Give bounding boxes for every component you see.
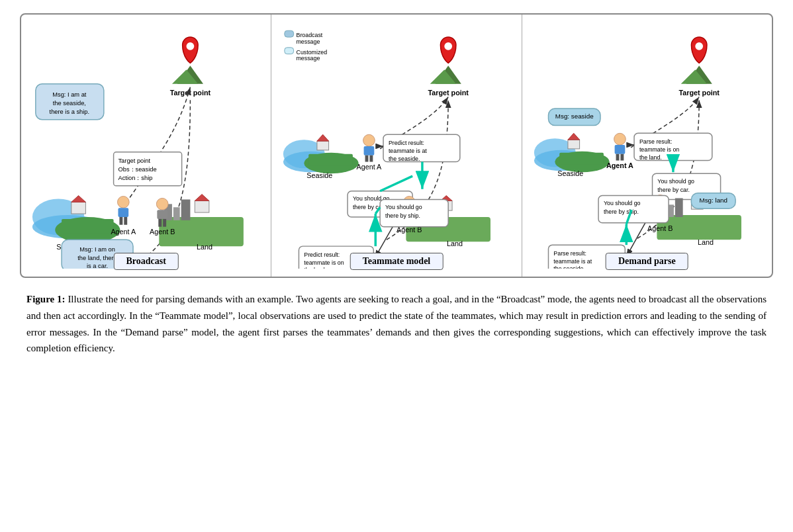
svg-point-51 xyxy=(445,42,453,50)
svg-text:Seaside: Seaside xyxy=(557,169,583,177)
svg-text:Land: Land xyxy=(698,238,714,246)
svg-text:Broadcast: Broadcast xyxy=(297,32,323,38)
svg-rect-10 xyxy=(124,217,127,225)
label-broadcast: Broadcast xyxy=(113,253,178,270)
svg-rect-45 xyxy=(285,30,294,37)
svg-text:Agent A: Agent A xyxy=(357,163,383,171)
panel-broadcast: Seaside Agent A Target point xyxy=(21,15,271,277)
svg-text:Seaside: Seaside xyxy=(307,171,333,179)
svg-text:Predict result:: Predict result: xyxy=(304,251,340,258)
svg-text:You should go: You should go xyxy=(657,178,694,185)
svg-text:Msg: I am on: Msg: I am on xyxy=(79,246,115,253)
svg-rect-9 xyxy=(119,217,122,225)
svg-point-62 xyxy=(363,134,375,146)
svg-text:there by car.: there by car. xyxy=(657,187,690,193)
svg-marker-60 xyxy=(317,134,329,141)
svg-text:the seaside,: the seaside, xyxy=(53,100,86,107)
svg-rect-28 xyxy=(173,207,180,220)
svg-text:there by ship.: there by ship. xyxy=(604,208,639,215)
panel-demand: Target point Seaside Agent A xyxy=(522,15,772,277)
svg-text:Agent A: Agent A xyxy=(111,228,136,236)
svg-line-76 xyxy=(380,176,412,191)
svg-text:You should go: You should go xyxy=(385,204,422,210)
svg-rect-108 xyxy=(559,153,604,165)
svg-text:Parse result:: Parse result: xyxy=(553,250,586,257)
svg-text:Msg: I am at: Msg: I am at xyxy=(52,91,87,98)
svg-text:the land.: the land. xyxy=(304,267,327,269)
label-demand: Demand parse xyxy=(606,253,688,270)
figure-container: Seaside Agent A Target point xyxy=(20,13,773,278)
svg-text:message: message xyxy=(297,38,320,45)
svg-text:the land.: the land. xyxy=(639,154,662,161)
svg-text:is a car.: is a car. xyxy=(87,263,108,269)
figure-caption: Figure 1: Illustrate the need for parsin… xyxy=(20,291,773,357)
svg-point-112 xyxy=(614,133,626,145)
svg-text:the seaside.: the seaside. xyxy=(553,265,585,269)
svg-rect-3 xyxy=(62,219,114,234)
svg-rect-4 xyxy=(71,202,86,214)
svg-text:Land: Land xyxy=(197,243,212,251)
svg-rect-58 xyxy=(308,154,353,166)
svg-point-31 xyxy=(156,198,168,210)
svg-text:Agent B: Agent B xyxy=(647,224,673,232)
svg-rect-34 xyxy=(163,219,166,227)
svg-rect-8 xyxy=(118,208,128,217)
svg-rect-25 xyxy=(195,200,209,212)
svg-rect-114 xyxy=(616,154,619,161)
svg-rect-63 xyxy=(364,146,375,155)
svg-text:Msg: land: Msg: land xyxy=(699,197,727,204)
svg-marker-26 xyxy=(195,195,209,201)
svg-point-101 xyxy=(695,42,703,50)
svg-text:Predict result:: Predict result: xyxy=(389,140,424,146)
svg-text:teammate is on: teammate is on xyxy=(304,259,344,266)
svg-text:Target point: Target point xyxy=(118,157,150,164)
svg-text:the land, there: the land, there xyxy=(77,255,117,261)
caption-text: Illustrate the need for parsing demands … xyxy=(26,294,767,353)
svg-text:there is a ship.: there is a ship. xyxy=(50,109,90,115)
svg-rect-65 xyxy=(370,155,373,162)
svg-point-12 xyxy=(187,42,195,50)
svg-rect-115 xyxy=(620,154,624,161)
panel-teammate: Broadcast message Customized message Tar… xyxy=(271,15,522,277)
svg-text:message: message xyxy=(297,55,320,62)
svg-rect-109 xyxy=(568,140,580,149)
svg-rect-29 xyxy=(181,199,191,220)
caption-label: Figure 1: xyxy=(26,294,66,304)
svg-text:Parse result:: Parse result: xyxy=(639,138,673,145)
svg-text:Land: Land xyxy=(447,240,463,247)
svg-rect-133 xyxy=(675,198,683,216)
svg-text:teammate is at: teammate is at xyxy=(553,258,592,265)
svg-text:Agent A: Agent A xyxy=(606,161,633,169)
svg-text:there by ship.: there by ship. xyxy=(385,212,420,219)
svg-text:Action：ship: Action：ship xyxy=(118,175,152,181)
label-teammate: Teammate model xyxy=(350,253,443,270)
svg-rect-48 xyxy=(285,48,294,54)
svg-marker-5 xyxy=(71,196,86,202)
svg-text:Obs：seaside: Obs：seaside xyxy=(118,166,156,173)
svg-rect-59 xyxy=(317,141,329,150)
svg-text:You should go: You should go xyxy=(604,200,641,206)
svg-text:Agent B: Agent B xyxy=(150,228,175,236)
svg-text:Customized: Customized xyxy=(297,49,328,56)
svg-text:teammate is on: teammate is on xyxy=(639,146,679,153)
svg-text:Msg: seaside: Msg: seaside xyxy=(555,112,594,120)
svg-text:Target point: Target point xyxy=(678,89,720,97)
svg-text:Target point: Target point xyxy=(170,89,211,97)
svg-text:teammate is at: teammate is at xyxy=(389,148,427,154)
svg-text:the seaside.: the seaside. xyxy=(389,155,420,162)
svg-point-7 xyxy=(117,197,129,208)
svg-marker-110 xyxy=(568,133,580,140)
svg-rect-33 xyxy=(158,219,162,227)
svg-rect-64 xyxy=(365,155,369,162)
svg-text:Target point: Target point xyxy=(428,89,469,97)
svg-rect-113 xyxy=(614,145,625,154)
svg-rect-32 xyxy=(157,210,167,219)
